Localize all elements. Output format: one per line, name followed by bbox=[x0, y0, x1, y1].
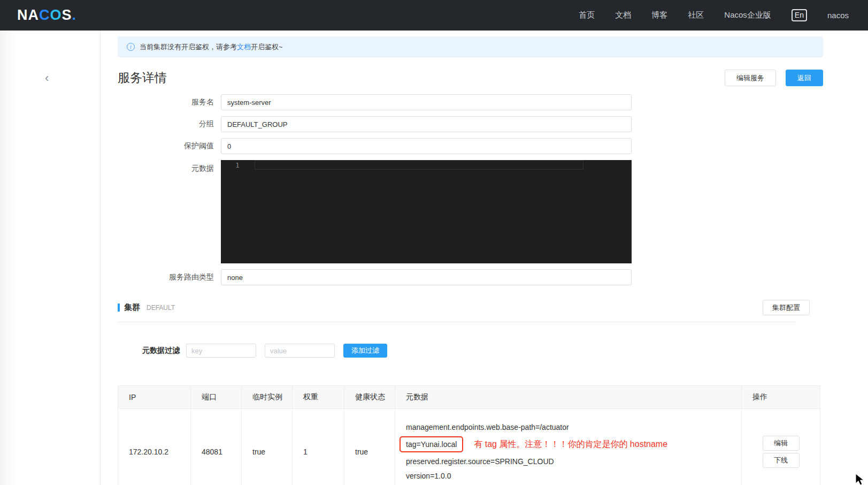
logo-text: NA bbox=[17, 7, 39, 23]
section-accent-bar bbox=[118, 304, 120, 312]
red-annotation-text: 有 tag 属性。注意！！！你的肯定是你的 hostname bbox=[474, 439, 667, 449]
section-divider bbox=[118, 322, 796, 322]
service-name-input[interactable] bbox=[221, 94, 632, 110]
auth-warning-banner: i 当前集群没有开启鉴权，请参考文档开启鉴权~ bbox=[118, 36, 823, 57]
protect-threshold-input[interactable] bbox=[221, 138, 632, 154]
cluster-section-title: 集群 bbox=[124, 302, 140, 313]
cell-port: 48081 bbox=[191, 409, 242, 485]
filter-value-input[interactable] bbox=[265, 344, 335, 358]
instance-table: IP 端口 临时实例 权重 健康状态 元数据 操作 172.20.10.2 48… bbox=[118, 385, 820, 485]
editor-line-number: 1 bbox=[221, 160, 254, 170]
col-header-healthy: 健康状态 bbox=[344, 386, 395, 409]
logo-text: C bbox=[39, 7, 50, 23]
protect-threshold-label: 保护阈值 bbox=[118, 141, 221, 151]
metadata-entry: management.endpoints.web.base-path=/actu… bbox=[406, 422, 741, 433]
route-type-input[interactable] bbox=[221, 269, 632, 285]
group-input[interactable] bbox=[221, 116, 632, 132]
metadata-entry: preserved.register.source=SPRING_CLOUD bbox=[406, 456, 741, 467]
logo-text: . bbox=[72, 7, 77, 23]
mouse-cursor bbox=[855, 473, 866, 485]
nacos-logo[interactable]: NACOS. bbox=[17, 7, 76, 24]
cluster-name: DEFAULT bbox=[147, 304, 175, 312]
table-header-row: IP 端口 临时实例 权重 健康状态 元数据 操作 bbox=[118, 386, 820, 409]
cell-metadata: management.endpoints.web.base-path=/actu… bbox=[395, 409, 742, 485]
nav-item-blog[interactable]: 博客 bbox=[651, 10, 667, 20]
alert-text: 开启鉴权~ bbox=[251, 42, 283, 52]
col-header-actions: 操作 bbox=[742, 386, 820, 409]
page-title: 服务详情 bbox=[118, 70, 167, 86]
service-name-label: 服务名 bbox=[118, 97, 221, 107]
col-header-port: 端口 bbox=[191, 386, 242, 409]
back-button[interactable]: 返回 bbox=[786, 70, 823, 86]
sidebar-collapse-icon[interactable]: ‹ bbox=[45, 72, 49, 84]
edit-service-button[interactable]: 编辑服务 bbox=[725, 70, 776, 86]
col-header-ephemeral: 临时实例 bbox=[242, 386, 293, 409]
user-menu[interactable]: nacos bbox=[827, 11, 849, 20]
group-label: 分组 bbox=[118, 119, 221, 129]
nav-item-home[interactable]: 首页 bbox=[579, 10, 595, 20]
col-header-metadata: 元数据 bbox=[395, 386, 742, 409]
logo-text: O bbox=[50, 7, 62, 23]
editor-current-line bbox=[255, 160, 583, 170]
add-filter-button[interactable]: 添加过滤 bbox=[343, 344, 387, 358]
cell-ephemeral: true bbox=[242, 409, 293, 485]
logo-text: S bbox=[62, 7, 72, 23]
col-header-weight: 权重 bbox=[293, 386, 344, 409]
edit-instance-button[interactable]: 编辑 bbox=[763, 436, 800, 451]
docs-link[interactable]: 文档 bbox=[237, 42, 251, 52]
alert-text: 当前集群没有开启鉴权，请参考 bbox=[140, 42, 237, 52]
offline-instance-button[interactable]: 下线 bbox=[763, 453, 800, 468]
metadata-filter-label: 元数据过滤 bbox=[142, 346, 180, 355]
info-icon: i bbox=[127, 43, 135, 51]
metadata-code-editor[interactable]: 1 bbox=[221, 160, 632, 263]
top-navbar: NACOS. 首页 文档 博客 社区 Nacos企业版 En nacos bbox=[0, 0, 868, 31]
route-type-label: 服务路由类型 bbox=[118, 272, 221, 282]
metadata-entry: version=1.0.0 bbox=[406, 471, 741, 481]
filter-key-input[interactable] bbox=[186, 344, 256, 358]
cluster-config-button[interactable]: 集群配置 bbox=[763, 300, 810, 315]
table-row: 172.20.10.2 48081 true 1 true management… bbox=[118, 409, 820, 485]
nav-item-enterprise[interactable]: Nacos企业版 bbox=[724, 10, 771, 20]
metadata-label: 元数据 bbox=[118, 160, 221, 173]
left-sidebar: ‹ bbox=[0, 31, 101, 485]
cell-ip: 172.20.10.2 bbox=[118, 409, 191, 485]
cell-healthy: true bbox=[344, 409, 395, 485]
language-toggle[interactable]: En bbox=[792, 9, 807, 21]
nav-item-docs[interactable]: 文档 bbox=[615, 10, 631, 20]
col-header-ip: IP bbox=[118, 386, 191, 409]
nav-item-community[interactable]: 社区 bbox=[688, 10, 704, 20]
cell-actions: 编辑 下线 bbox=[742, 409, 820, 485]
cell-weight: 1 bbox=[293, 409, 344, 485]
highlighted-metadata-entry: tag=Yunai.local bbox=[400, 436, 463, 452]
